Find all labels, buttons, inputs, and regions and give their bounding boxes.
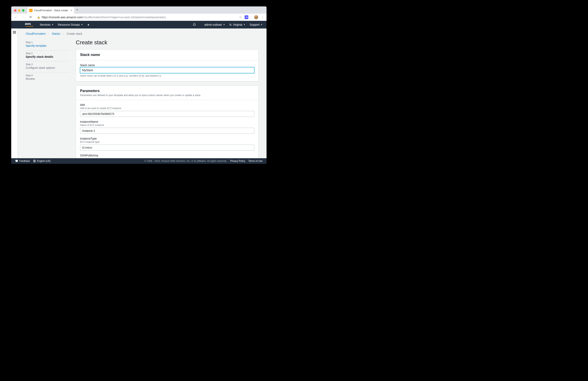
param-input-instance-type[interactable] — [80, 145, 254, 150]
user-label: admin-subsari — [204, 23, 222, 26]
panel-title: Stack name — [80, 53, 254, 57]
chevron-right-icon: 〉 — [48, 32, 50, 35]
param-hint: AMI to be used to create EC2 instance — [80, 107, 254, 110]
bookmark-icon[interactable]: ☆ — [239, 15, 242, 19]
panel-title: Parameters — [80, 89, 254, 93]
region-menu[interactable]: N. Virginia ▼ — [230, 23, 245, 26]
chevron-right-icon: 〉 — [62, 32, 64, 35]
panel-subtitle: Parameters are defined in your template … — [80, 94, 254, 97]
tab-title: CloudFormation - Stack create — [34, 9, 68, 12]
address-bar[interactable]: 🔒 https://console.aws.amazon.com/cloudfo… — [35, 15, 237, 20]
support-menu[interactable]: Support ▼ — [250, 23, 263, 26]
back-button[interactable]: ← — [13, 15, 19, 20]
aws-header: aws Services ▼ Resource Groups ▼ ★ admin… — [11, 21, 267, 28]
breadcrumb-stacks[interactable]: Stacks — [52, 32, 60, 35]
breadcrumb-root[interactable]: CloudFormation — [26, 32, 46, 35]
param-ssh-key: SSHPublicKey — [80, 154, 254, 157]
step-number: Step 2 — [26, 52, 70, 55]
stack-name-label: Stack name — [80, 64, 254, 67]
url-text: https://console.aws.amazon.com/cloudform… — [42, 16, 166, 19]
separator — [251, 15, 251, 19]
account-menu[interactable]: admin-subsari ▼ — [204, 23, 225, 26]
param-instance-name: InstanceName Name of EC2 instance — [80, 120, 254, 134]
resource-groups-menu[interactable]: Resource Groups ▼ — [58, 23, 83, 26]
toolbar-right: ☆ JS ⋮ — [239, 15, 265, 19]
caret-down-icon: ▼ — [223, 24, 225, 26]
step-label: Configure stack options — [26, 66, 70, 69]
profile-avatar[interactable] — [254, 15, 258, 19]
feedback-label: Feedback — [19, 160, 30, 162]
forward-button[interactable]: → — [21, 15, 26, 20]
language-label: English (US) — [37, 160, 51, 162]
resource-groups-label: Resource Groups — [58, 23, 80, 26]
side-rail — [11, 28, 18, 158]
reload-button[interactable]: ⟳ — [28, 14, 33, 20]
browser-window: CloudFormation - Stack create × + ← → ⟳ … — [11, 6, 267, 164]
breadcrumb-current: Create stack — [66, 32, 83, 35]
param-hint: EC2 instance type — [80, 141, 254, 143]
param-hint: Name of EC2 instance — [80, 124, 254, 127]
step-1[interactable]: Step 1 Specify template — [26, 39, 70, 50]
support-label: Support — [250, 23, 259, 26]
page-title: Create stack — [76, 39, 258, 46]
header-right-menu: admin-subsari ▼ N. Virginia ▼ Support ▼ — [193, 23, 263, 27]
wizard-steps: Step 1 Specify template Step 2 Specify s… — [26, 39, 70, 158]
step-number: Step 1 — [26, 41, 70, 44]
extension-icon[interactable]: JS — [245, 15, 248, 19]
traffic-lights — [13, 9, 26, 14]
tab-strip: CloudFormation - Stack create × + — [11, 6, 267, 14]
breadcrumb: CloudFormation 〉 Stacks 〉 Create stack — [26, 32, 258, 35]
window-minimize[interactable] — [18, 9, 21, 12]
hamburger-icon[interactable] — [13, 30, 16, 158]
step-2[interactable]: Step 2 Specify stack details — [26, 50, 70, 61]
aws-logo[interactable]: aws — [25, 23, 33, 26]
main-form: Create stack Stack name Stack name Stack… — [76, 39, 258, 158]
caret-down-icon: ▼ — [243, 24, 245, 26]
param-label: AMI — [80, 103, 254, 106]
step-3: Step 3 Configure stack options — [26, 61, 70, 72]
toolbar: ← → ⟳ 🔒 https://console.aws.amazon.com/c… — [11, 14, 267, 21]
param-input-instance-name[interactable] — [80, 128, 254, 134]
services-menu[interactable]: Services ▼ — [40, 23, 54, 26]
step-label: Review — [26, 77, 70, 80]
terms-link[interactable]: Terms of Use — [248, 160, 263, 162]
cloudformation-favicon — [29, 9, 33, 12]
param-input-ami[interactable] — [80, 111, 254, 117]
stack-name-hint: Stack name can include letters (A-Z and … — [80, 74, 254, 77]
window-maximize[interactable] — [22, 9, 24, 12]
window-close[interactable] — [14, 9, 17, 12]
caret-down-icon: ▼ — [52, 24, 54, 26]
copyright: © 2008 - 2019, Amazon Web Services, Inc.… — [144, 160, 227, 162]
content: CloudFormation 〉 Stacks 〉 Create stack S… — [18, 28, 267, 158]
language-selector[interactable]: English (US) — [33, 160, 51, 162]
step-label: Specify template — [26, 44, 70, 47]
browser-tab[interactable]: CloudFormation - Stack create × — [27, 7, 74, 14]
param-label: InstanceName — [80, 120, 254, 123]
menu-icon[interactable]: ⋮ — [261, 15, 264, 19]
step-4: Step 4 Review — [26, 72, 70, 83]
step-number: Step 3 — [26, 63, 70, 66]
step-label: Specify stack details — [26, 55, 70, 58]
notifications-icon[interactable] — [193, 23, 196, 27]
param-label: SSHPublicKey — [80, 154, 254, 157]
services-label: Services — [40, 23, 51, 26]
lock-icon: 🔒 — [37, 16, 40, 19]
param-label: InstanceType — [80, 137, 254, 140]
parameters-panel: Parameters Parameters are defined in you… — [76, 85, 258, 158]
feedback-link[interactable]: Feedback — [15, 160, 30, 162]
privacy-link[interactable]: Privacy Policy — [230, 160, 245, 162]
region-label: N. Virginia — [230, 23, 242, 26]
pin-icon[interactable]: ★ — [87, 23, 90, 26]
caret-down-icon: ▼ — [81, 24, 83, 26]
caret-down-icon: ▼ — [261, 24, 263, 26]
header-left-menu: Services ▼ Resource Groups ▼ ★ — [40, 23, 90, 26]
step-number: Step 4 — [26, 74, 70, 77]
footer: Feedback English (US) © 2008 - 2019, Ama… — [11, 158, 267, 164]
new-tab-button[interactable]: + — [76, 8, 78, 12]
page-body: CloudFormation 〉 Stacks 〉 Create stack S… — [11, 28, 267, 158]
param-instance-type: InstanceType EC2 instance type — [80, 137, 254, 150]
stack-name-panel: Stack name Stack name Stack name can inc… — [76, 49, 258, 82]
param-ami: AMI AMI to be used to create EC2 instanc… — [80, 103, 254, 117]
close-icon[interactable]: × — [71, 9, 72, 12]
stack-name-input[interactable] — [80, 67, 254, 73]
